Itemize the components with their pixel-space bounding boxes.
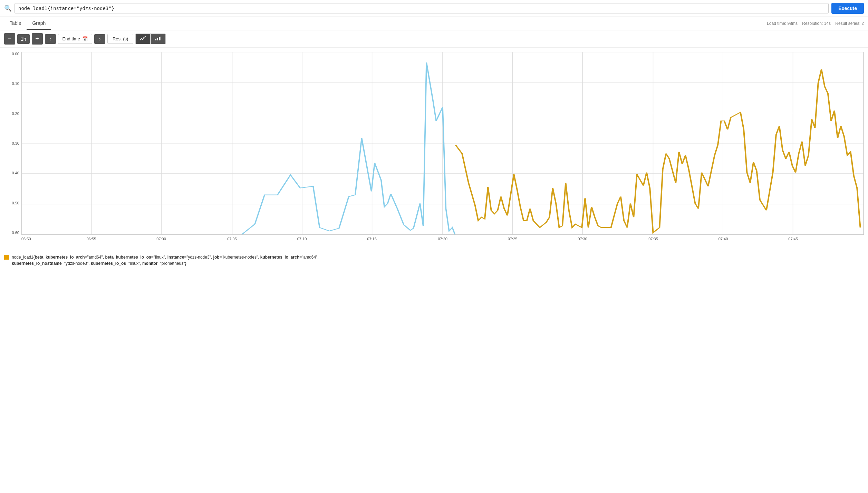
x-label-1: 06:55: [87, 237, 96, 241]
x-label-6: 07:20: [438, 237, 447, 241]
chart-inner[interactable]: [21, 52, 864, 235]
resolution-button[interactable]: Res. (s): [107, 34, 134, 44]
x-label-11: 07:45: [788, 237, 798, 241]
svg-rect-2: [159, 37, 160, 40]
next-time-button[interactable]: ›: [94, 34, 105, 44]
y-label-3: 0.30: [12, 141, 19, 145]
meta-info: Load time: 98ms Resolution: 14s Result s…: [767, 18, 864, 29]
legend-swatch: [4, 255, 9, 260]
svg-rect-0: [155, 39, 156, 40]
x-axis: 06:50 06:55 07:00 07:05 07:10 07:15 07:2…: [21, 235, 864, 249]
duration-label: 1h: [17, 34, 30, 44]
x-label-2: 07:00: [156, 237, 166, 241]
execute-button[interactable]: Execute: [831, 3, 864, 14]
tabs-bar: Table Graph Load time: 98ms Resolution: …: [0, 17, 868, 30]
x-label-3: 07:05: [227, 237, 237, 241]
resolution: Resolution: 14s: [802, 21, 831, 26]
x-label-0: 06:50: [21, 237, 31, 241]
tab-table[interactable]: Table: [4, 17, 27, 30]
x-label-5: 07:15: [367, 237, 377, 241]
chart-wrapper: 0.60 0.50 0.40 0.30 0.20 0.10 0.00: [4, 52, 864, 249]
controls-bar: − 1h + ‹ End time 📅 › Res. (s): [0, 30, 868, 48]
y-label-6: 0.00: [12, 52, 19, 56]
load-time: Load time: 98ms: [767, 21, 798, 26]
query-input[interactable]: [15, 3, 829, 13]
legend-text: node_load1{beta_kubernetes_io_arch="amd6…: [12, 254, 319, 267]
y-label-2: 0.40: [12, 171, 19, 175]
y-label-0: 0.60: [12, 231, 19, 235]
calendar-icon: 📅: [82, 36, 88, 41]
legend: node_load1{beta_kubernetes_io_arch="amd6…: [0, 251, 868, 271]
chart-area: 0.60 0.50 0.40 0.30 0.20 0.10 0.00: [0, 48, 868, 251]
y-label-1: 0.50: [12, 201, 19, 205]
stacked-chart-button[interactable]: [151, 33, 166, 44]
y-axis: 0.60 0.50 0.40 0.30 0.20 0.10 0.00: [4, 52, 21, 235]
x-label-10: 07:40: [718, 237, 728, 241]
prev-time-button[interactable]: ‹: [45, 34, 56, 44]
top-bar: 🔍 Execute: [0, 0, 868, 17]
chart-type-group: [135, 33, 166, 44]
x-label-9: 07:35: [648, 237, 658, 241]
tab-graph[interactable]: Graph: [27, 17, 51, 30]
zoom-in-button[interactable]: +: [32, 33, 43, 45]
x-label-8: 07:30: [578, 237, 587, 241]
result-series: Result series: 2: [835, 21, 864, 26]
end-time-container: End time 📅: [58, 34, 92, 44]
svg-rect-1: [157, 38, 158, 40]
x-label-7: 07:25: [508, 237, 518, 241]
y-label-5: 0.10: [12, 81, 19, 86]
zoom-out-button[interactable]: −: [4, 33, 15, 45]
x-label-4: 07:10: [297, 237, 307, 241]
search-icon: 🔍: [4, 4, 12, 12]
svg-rect-3: [161, 37, 161, 40]
line-chart-button[interactable]: [135, 33, 151, 44]
y-label-4: 0.20: [12, 112, 19, 116]
end-time-label: End time: [62, 36, 80, 41]
